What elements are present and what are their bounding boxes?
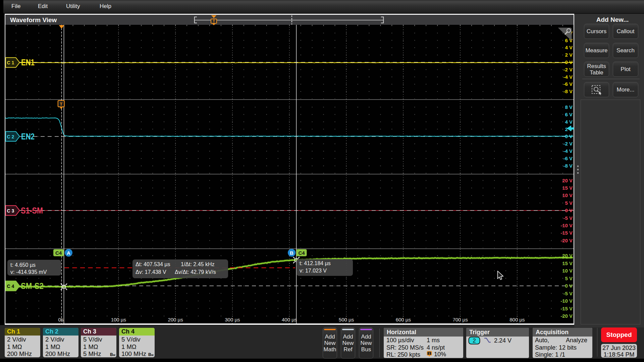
svg-text:20 V: 20 V xyxy=(562,178,573,183)
svg-text:-5 V: -5 V xyxy=(563,291,573,296)
svg-text:t: 412.184 µs: t: 412.184 µs xyxy=(300,260,331,266)
svg-text:C 3: C 3 xyxy=(7,208,14,214)
svg-text:200 µs: 200 µs xyxy=(168,317,183,322)
svg-text:-15 V: -15 V xyxy=(560,230,573,236)
svg-text:10 V: 10 V xyxy=(562,192,573,198)
svg-text:0 V: 0 V xyxy=(565,207,573,213)
svg-text:C 1: C 1 xyxy=(7,60,14,65)
svg-text:6 V: 6 V xyxy=(565,112,573,117)
svg-text:v: 17.023 V: v: 17.023 V xyxy=(300,268,327,274)
svg-text:T: T xyxy=(213,19,215,23)
svg-text:-5 V: -5 V xyxy=(563,215,573,221)
svg-text:C4: C4 xyxy=(298,250,305,256)
svg-text:C4: C4 xyxy=(55,250,62,256)
svg-text:-20 V: -20 V xyxy=(560,313,573,319)
svg-text:T: T xyxy=(60,102,62,107)
svg-text:-4 V: -4 V xyxy=(563,74,573,80)
svg-text:0s: 0s xyxy=(58,317,64,322)
svg-text:800 µs: 800 µs xyxy=(509,317,525,322)
svg-text:1/Δt: 2.45 kHz: 1/Δt: 2.45 kHz xyxy=(181,261,215,267)
svg-text:8 V: 8 V xyxy=(565,104,573,110)
svg-text:4 V: 4 V xyxy=(565,119,573,125)
svg-text:SM-S2: SM-S2 xyxy=(21,281,44,291)
svg-text:20 V: 20 V xyxy=(562,253,573,258)
svg-text:5 V: 5 V xyxy=(565,200,573,206)
svg-text:400 µs: 400 µs xyxy=(282,317,297,322)
svg-text:2: 2 xyxy=(473,338,476,344)
svg-text:-8 V: -8 V xyxy=(563,163,573,169)
svg-text:0 V: 0 V xyxy=(565,133,573,139)
svg-text:-6 V: -6 V xyxy=(563,81,573,87)
svg-text:2 V: 2 V xyxy=(565,52,573,58)
svg-text:-6 V: -6 V xyxy=(563,156,573,161)
svg-text:v: -414.935 mV: v: -414.935 mV xyxy=(10,269,47,275)
svg-text:EN2: EN2 xyxy=(21,131,35,141)
svg-text:-20 V: -20 V xyxy=(560,238,573,243)
svg-text:-15 V: -15 V xyxy=(560,306,573,311)
svg-text:600 µs: 600 µs xyxy=(396,317,411,322)
svg-text:100 µs: 100 µs xyxy=(111,317,126,322)
svg-text:C 4: C 4 xyxy=(7,284,14,289)
svg-text:-4 V: -4 V xyxy=(563,148,573,154)
svg-text:500 µs: 500 µs xyxy=(339,317,354,322)
svg-text:15 V: 15 V xyxy=(562,260,573,266)
svg-text:10 V: 10 V xyxy=(562,268,573,274)
svg-text:300 µs: 300 µs xyxy=(225,317,240,322)
svg-text:Δv/Δt: 42.79 kV/s: Δv/Δt: 42.79 kV/s xyxy=(175,269,216,275)
svg-text:-8 V: -8 V xyxy=(563,88,573,94)
svg-text:S1-SM: S1-SM xyxy=(21,205,43,216)
svg-text:t: 4.650 µs: t: 4.650 µs xyxy=(10,262,36,268)
svg-text:5 V: 5 V xyxy=(565,276,573,281)
svg-text:4 V: 4 V xyxy=(565,45,573,50)
svg-text:B: B xyxy=(290,250,293,256)
svg-text:T: T xyxy=(428,352,430,355)
svg-text:Δv: 17.438 V: Δv: 17.438 V xyxy=(136,269,166,275)
svg-text:700 µs: 700 µs xyxy=(452,317,468,322)
svg-text:0 V: 0 V xyxy=(565,59,573,65)
svg-text:0 V: 0 V xyxy=(565,283,573,289)
svg-text:-10 V: -10 V xyxy=(560,298,573,304)
svg-text:Δt: 407.534 µs: Δt: 407.534 µs xyxy=(136,261,170,267)
svg-text:-2 V: -2 V xyxy=(563,67,573,72)
svg-text:C 2: C 2 xyxy=(7,134,14,139)
svg-text:-10 V: -10 V xyxy=(560,223,573,228)
svg-text:-2 V: -2 V xyxy=(563,141,573,146)
svg-text:15 V: 15 V xyxy=(562,185,573,191)
svg-text:EN1: EN1 xyxy=(21,57,35,67)
svg-text:A: A xyxy=(67,250,70,256)
